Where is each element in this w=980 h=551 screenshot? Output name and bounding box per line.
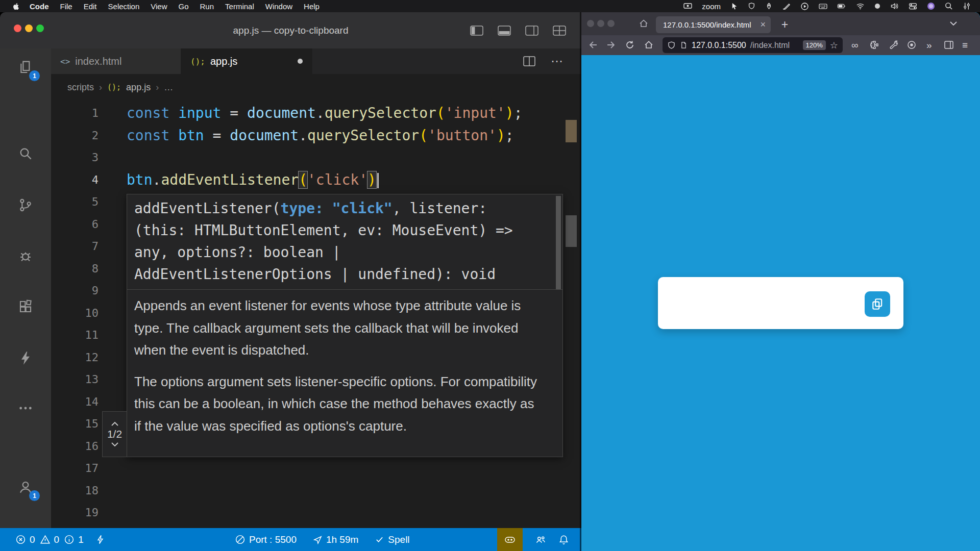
breadcrumb-folder[interactable]: scripts [67, 82, 94, 93]
menu-code[interactable]: Code [24, 2, 55, 11]
code-line[interactable] [99, 213, 127, 236]
notifications-bell-icon[interactable] [558, 534, 569, 545]
launcher-icon[interactable] [765, 2, 773, 10]
toggle-secondary-sidebar-icon[interactable] [525, 26, 538, 36]
tab-index-html[interactable]: <> index.html [51, 48, 181, 74]
spell-checker-status[interactable]: Spell [375, 534, 409, 545]
code-row[interactable]: 19 [51, 502, 581, 524]
battery-icon[interactable] [837, 2, 846, 10]
menu-run[interactable]: Run [194, 2, 220, 11]
more-views-icon[interactable] [17, 400, 34, 416]
copilot-status[interactable] [497, 528, 523, 551]
feedback-bolt-icon[interactable] [95, 534, 106, 545]
popup-scrollbar[interactable] [556, 196, 561, 289]
menu-file[interactable]: File [55, 2, 78, 11]
split-editor-icon[interactable] [523, 56, 535, 66]
firefox-view-icon[interactable] [639, 18, 649, 29]
browser-tab[interactable]: 127.0.0.1:5500/index.html × [656, 16, 771, 33]
control-center-icon[interactable] [909, 2, 917, 10]
code-row[interactable]: 3 [51, 146, 581, 169]
screen-sharing-icon[interactable] [683, 2, 692, 10]
back-icon[interactable] [587, 40, 598, 50]
code-line[interactable] [99, 368, 127, 391]
tab-app-js[interactable]: (); app.js [181, 48, 312, 74]
code-line[interactable] [99, 480, 127, 502]
code-line[interactable] [99, 146, 127, 169]
forward-icon[interactable] [606, 40, 617, 50]
home-icon[interactable] [644, 40, 654, 50]
code-line[interactable] [99, 391, 127, 413]
errors-status[interactable]: 0 [15, 534, 35, 545]
breadcrumb-file[interactable]: app.js [126, 82, 151, 93]
list-all-tabs-icon[interactable] [949, 20, 958, 27]
overflow-chevrons-icon[interactable]: » [926, 40, 932, 51]
toggle-sidebar-icon[interactable] [470, 26, 483, 36]
chevron-up-icon[interactable] [111, 421, 119, 427]
close-tab-icon[interactable]: × [756, 19, 766, 30]
pointer-icon[interactable] [730, 2, 738, 10]
volume-icon[interactable] [890, 2, 899, 10]
thunder-client-icon[interactable] [17, 350, 34, 366]
code-line[interactable]: const btn = document.querySelector('butt… [99, 124, 514, 147]
spotlight-icon[interactable] [945, 2, 953, 10]
scrollbar-thumb[interactable] [566, 215, 577, 247]
copy-button[interactable] [865, 291, 890, 317]
code-row[interactable]: 18 [51, 480, 581, 502]
devtools-wrench-icon[interactable] [888, 40, 898, 50]
search-icon[interactable] [17, 145, 34, 162]
menu-edit[interactable]: Edit [78, 2, 103, 11]
app-menu-icon[interactable]: ≡ [962, 40, 968, 51]
code-line[interactable] [99, 258, 127, 280]
code-row[interactable]: 17 [51, 457, 581, 480]
warnings-status[interactable]: 0 [40, 534, 60, 545]
code-row[interactable]: 1const input = document.querySelector('i… [51, 102, 581, 124]
apple-menu-icon[interactable] [12, 2, 20, 11]
toggle-panel-icon[interactable] [498, 26, 511, 36]
address-bar[interactable]: 127.0.0.1:5500/index.html 120% ☆ [663, 37, 843, 53]
menu-terminal[interactable]: Terminal [219, 2, 260, 11]
play-circle-icon[interactable] [800, 2, 809, 11]
code-line[interactable] [99, 235, 127, 258]
customize-layout-icon[interactable] [553, 26, 566, 36]
live-server-status[interactable]: Port : 5500 [235, 534, 297, 545]
code-line[interactable]: btn.addEventListener('click') [99, 169, 379, 191]
menu-go[interactable]: Go [173, 2, 194, 11]
menu-help[interactable]: Help [298, 2, 325, 11]
maximize-window-button[interactable] [607, 20, 615, 27]
accounts-people-icon[interactable] [535, 534, 546, 545]
code-line[interactable]: const input = document.querySelector('in… [99, 102, 523, 124]
code-line[interactable] [99, 324, 127, 346]
extensions-icon[interactable] [17, 298, 34, 315]
close-window-button[interactable] [587, 20, 594, 27]
wifi-icon[interactable] [856, 2, 865, 10]
menu-selection[interactable]: Selection [103, 2, 145, 11]
time-tracker-status[interactable]: 1h 59m [313, 534, 358, 545]
source-control-icon[interactable] [17, 197, 34, 213]
status-dot-icon[interactable] [874, 3, 880, 9]
shield-menu-icon[interactable] [748, 2, 755, 10]
clipboard-text-input[interactable] [669, 285, 858, 321]
code-row[interactable]: 4btn.addEventListener('click') [51, 169, 581, 191]
zoom-level-badge[interactable]: 120% [803, 40, 826, 50]
keyboard-icon[interactable] [819, 2, 827, 10]
menu-view[interactable]: View [145, 2, 173, 11]
extensions-puzzle-icon[interactable] [869, 40, 879, 50]
run-debug-icon[interactable] [17, 248, 34, 264]
code-line[interactable] [99, 280, 127, 302]
switch-control-icon[interactable] [963, 2, 971, 10]
zoom-menu-item[interactable]: zoom [702, 2, 721, 11]
minimize-window-button[interactable] [597, 20, 604, 27]
sidebar-toggle-icon[interactable] [944, 40, 954, 50]
menu-window[interactable]: Window [260, 2, 298, 11]
info-status[interactable]: 1 [64, 534, 84, 545]
problems-status[interactable]: 0 0 1 [0, 534, 106, 545]
more-actions-icon[interactable]: ⋯ [551, 54, 563, 68]
siri-icon[interactable] [927, 2, 935, 10]
paintbrush-icon[interactable] [782, 2, 791, 10]
breadcrumb-symbol[interactable]: … [164, 82, 173, 93]
unsaved-changes-dot[interactable] [298, 59, 303, 64]
code-line[interactable] [99, 502, 127, 524]
code-row[interactable]: 2const btn = document.querySelector('but… [51, 124, 581, 147]
code-line[interactable] [99, 346, 127, 369]
tracking-protection-shield-icon[interactable] [667, 41, 676, 50]
